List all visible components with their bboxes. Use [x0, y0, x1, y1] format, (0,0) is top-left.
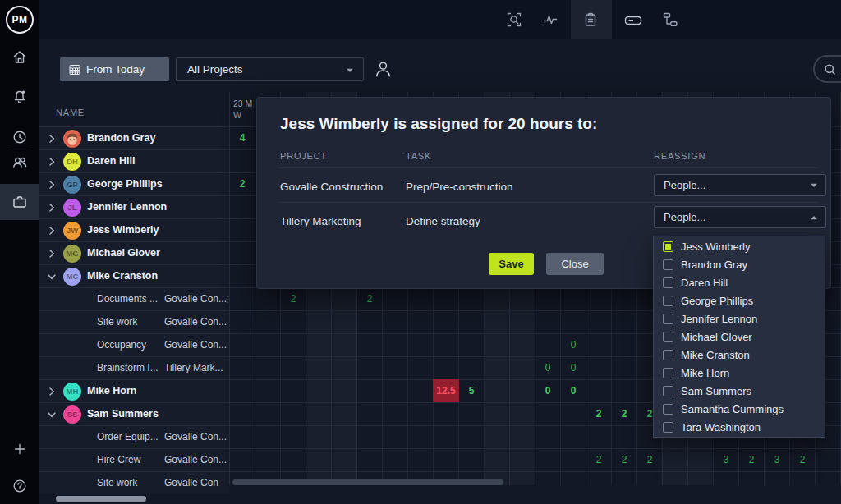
dropdown-option-label: Mike Cranston	[681, 346, 750, 364]
reassign-people-select-open[interactable]: People...	[654, 206, 826, 228]
grid-cell-value[interactable]: 2	[789, 448, 816, 471]
grid-cell-value[interactable]: 2	[356, 287, 383, 310]
chevron-right-icon[interactable]	[47, 180, 57, 190]
dropdown-option[interactable]: Samantha Cummings	[654, 401, 825, 419]
close-button[interactable]: Close	[546, 253, 604, 275]
grid-cell-value[interactable]: 12.5	[433, 379, 459, 402]
dropdown-option[interactable]: Sam Summers	[654, 383, 825, 401]
dropdown-option-label: Michael Glover	[681, 328, 752, 346]
dropdown-option[interactable]: Daren Hill	[654, 274, 825, 292]
names-horizontal-scrollbar[interactable]	[56, 496, 146, 502]
grid-cell-value[interactable]: 0	[535, 356, 561, 379]
checkbox-icon[interactable]	[663, 422, 673, 433]
dropdown-option-label: Jess Wimberly	[681, 238, 751, 256]
dropdown-option[interactable]: Jess Wimberly	[654, 238, 825, 256]
dropdown-option[interactable]: George Phillips	[654, 292, 825, 310]
from-today-button[interactable]: From Today	[60, 57, 169, 81]
row-menu-icon[interactable]: ⋮	[223, 288, 232, 310]
checkbox-icon[interactable]	[663, 277, 673, 288]
chevron-down-icon	[346, 66, 354, 75]
grid-cell-value[interactable]: 0	[535, 379, 561, 402]
grid-cell-value[interactable]: 2	[280, 287, 306, 310]
grid-cell-value[interactable]: 2	[229, 172, 255, 195]
time-clock-icon[interactable]	[11, 129, 28, 145]
avatar: MG	[63, 245, 81, 263]
person-name: Daren Hill	[87, 150, 135, 172]
chevron-down-icon[interactable]	[47, 410, 57, 419]
tab-tasks-icon[interactable]	[582, 11, 599, 28]
person-name: Michael Glover	[87, 242, 160, 264]
tab-sitemap-icon[interactable]	[662, 11, 678, 28]
task-name: Order Equip...	[97, 426, 159, 448]
tab-activity-icon[interactable]	[542, 11, 558, 28]
modal-divider	[280, 167, 819, 168]
task-project: Govalle Con...	[164, 449, 227, 471]
grid-cell-value[interactable]: 2	[586, 448, 612, 471]
dropdown-option-label: Brandon Gray	[681, 256, 747, 274]
grid-cell-value[interactable]: 2	[611, 448, 637, 471]
people-dropdown-panel: Jess WimberlyBrandon GrayDaren HillGeorg…	[653, 236, 825, 438]
search-button[interactable]	[813, 55, 841, 83]
grid-horizontal-scrollbar[interactable]	[232, 479, 503, 485]
task-name: Occupancy	[97, 334, 146, 356]
checkbox-icon[interactable]	[663, 259, 673, 270]
checkbox-icon[interactable]	[663, 314, 673, 324]
projects-briefcase-icon[interactable]	[11, 194, 28, 210]
checkbox-icon[interactable]	[663, 332, 673, 342]
chevron-right-icon[interactable]	[47, 387, 57, 396]
checkbox-icon[interactable]	[663, 386, 673, 396]
task-project: Govalle Con...	[164, 311, 227, 333]
modal-col-task: TASK	[406, 151, 431, 161]
from-today-label: From Today	[86, 63, 145, 76]
reassign-people-select[interactable]: People...	[654, 174, 826, 196]
dropdown-option[interactable]: Tara Washington	[654, 419, 825, 437]
add-plus-icon[interactable]	[11, 441, 28, 457]
dropdown-option[interactable]: Jennifer Lennon	[654, 310, 825, 328]
grid-cell-value[interactable]: 2	[738, 448, 765, 471]
chevron-right-icon[interactable]	[47, 249, 57, 259]
grid-cell-value[interactable]: 3	[764, 448, 790, 471]
task-project: Govalle Con...	[164, 426, 227, 448]
dropdown-option[interactable]: Brandon Gray	[654, 256, 825, 274]
task-project: Tillery Mark...	[164, 357, 223, 379]
avatar: JL	[63, 199, 81, 217]
chevron-right-icon[interactable]	[47, 134, 57, 144]
pm-logo[interactable]: PM	[6, 6, 34, 34]
team-users-icon[interactable]	[11, 154, 28, 171]
grid-cell-value[interactable]: 5	[458, 379, 485, 402]
tab-workload-icon[interactable]	[624, 16, 642, 25]
grid-cell-value[interactable]: 0	[560, 333, 586, 356]
people-filter-icon[interactable]	[373, 57, 393, 81]
grid-cell-value[interactable]: 0	[560, 379, 586, 402]
chevron-up-icon	[810, 213, 818, 222]
grid-cell-value[interactable]: 0	[560, 356, 586, 379]
dropdown-option-label: Jennifer Lennon	[681, 310, 757, 328]
avatar: GP	[63, 176, 81, 194]
grid-cell-value[interactable]: 4	[229, 126, 255, 149]
projects-filter-select[interactable]: All Projects	[176, 57, 364, 81]
dropdown-option[interactable]: Mike Cranston	[654, 346, 825, 364]
chevron-right-icon[interactable]	[47, 203, 57, 213]
person-name: Mike Cranston	[87, 265, 158, 287]
grid-cell-value[interactable]: 3	[713, 448, 739, 471]
checkbox-icon[interactable]	[663, 404, 673, 415]
notifications-bell-icon[interactable]	[11, 89, 28, 105]
dropdown-option-label: Tara Washington	[681, 419, 761, 437]
grid-cell-value[interactable]: 2	[611, 402, 637, 425]
dropdown-option[interactable]: Michael Glover	[654, 328, 825, 346]
chevron-right-icon[interactable]	[47, 157, 57, 167]
checkbox-icon[interactable]	[663, 296, 673, 306]
checkbox-checked-icon[interactable]	[663, 241, 673, 252]
task-project: Govalle Con	[164, 472, 218, 494]
chevron-down-icon[interactable]	[47, 272, 57, 282]
grid-cell-value[interactable]: 2	[586, 402, 612, 425]
help-icon[interactable]	[11, 478, 28, 494]
chevron-right-icon[interactable]	[47, 226, 57, 236]
checkbox-icon[interactable]	[663, 368, 673, 378]
checkbox-icon[interactable]	[663, 350, 673, 360]
save-button[interactable]: Save	[489, 253, 534, 275]
grid-cell-value[interactable]: 2	[636, 448, 663, 471]
tab-find-icon[interactable]	[506, 11, 522, 28]
home-icon[interactable]	[11, 49, 28, 66]
dropdown-option[interactable]: Mike Horn	[654, 364, 825, 383]
